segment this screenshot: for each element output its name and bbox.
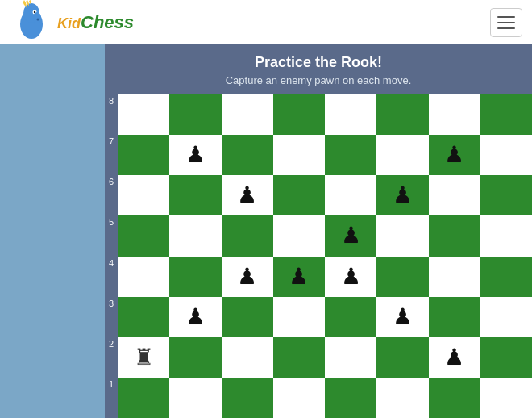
cell-d7[interactable] [273,135,325,175]
cell-f6[interactable]: ♟ [376,175,428,215]
cell-c2[interactable] [222,337,273,378]
chess-label: Chess [81,12,134,32]
rank-label-3: 3 [105,297,118,337]
pawn-piece-g7: ♟ [444,144,464,166]
cell-f3[interactable]: ♟ [376,297,428,337]
cell-c6[interactable]: ♟ [222,175,273,215]
cell-f8[interactable] [376,94,428,135]
pawn-piece-c4: ♟ [237,265,257,288]
pawn-piece-d4: ♟ [289,265,309,288]
pawn-piece-c6: ♟ [237,184,257,207]
cell-a1[interactable] [118,378,169,418]
cell-a3[interactable] [118,297,169,337]
cell-b4[interactable] [169,257,221,297]
cell-b8[interactable] [169,94,221,135]
cell-f1[interactable] [376,378,428,418]
cell-c8[interactable] [222,94,273,135]
cell-h5[interactable] [480,215,532,256]
cell-a5[interactable] [118,215,169,256]
cell-d3[interactable] [273,297,325,337]
rank-label-8: 8 [105,94,118,135]
cell-g1[interactable] [429,378,480,418]
logo-text: KidChess [57,12,134,33]
rank-label-4: 4 [105,257,118,297]
pawn-piece-b3: ♟ [185,306,206,328]
rank-label-2: 2 [105,337,118,378]
cell-b6[interactable] [169,175,221,215]
cell-b1[interactable] [169,378,221,418]
cell-b5[interactable] [169,215,221,256]
cell-f2[interactable] [376,337,428,378]
pawn-piece-f3: ♟ [393,306,413,328]
logo-horse-icon [10,0,54,44]
rank-label-7: 7 [105,135,118,175]
cell-a2[interactable]: ♜ [118,337,169,378]
cell-a6[interactable] [118,175,169,215]
cell-d1[interactable] [273,378,325,418]
rank-label-6: 6 [105,175,118,215]
cell-e6[interactable] [325,175,376,215]
instruction-subtitle: Capture an enemy pawn on each move. [113,74,524,86]
pawn-piece-g2: ♟ [444,346,464,369]
cell-c5[interactable] [222,215,273,256]
cell-e2[interactable] [325,337,376,378]
cell-e4[interactable]: ♟ [325,257,376,297]
hamburger-line-2 [497,22,515,23]
cell-d4[interactable]: ♟ [273,257,325,297]
svg-point-4 [33,12,41,23]
cell-h4[interactable] [480,257,532,297]
header: KidChess [0,0,532,44]
logo-area: KidChess [10,0,134,44]
instruction-title: Practice the Rook! [113,54,524,71]
hamburger-line-3 [497,27,515,29]
cell-h7[interactable] [480,135,532,175]
hamburger-line-1 [497,16,515,18]
cell-b3[interactable]: ♟ [169,297,221,337]
cell-d5[interactable] [273,215,325,256]
svg-point-5 [37,19,39,21]
cell-c3[interactable] [222,297,273,337]
cell-d8[interactable] [273,94,325,135]
cell-c1[interactable] [222,378,273,418]
cell-g7[interactable]: ♟ [429,135,480,175]
cell-h6[interactable] [480,175,532,215]
cell-h1[interactable] [480,378,532,418]
cell-g6[interactable] [429,175,480,215]
cell-d6[interactable] [273,175,325,215]
cell-e5[interactable]: ♟ [325,215,376,256]
cell-g3[interactable] [429,297,480,337]
cell-b2[interactable] [169,337,221,378]
cell-a8[interactable] [118,94,169,135]
chess-container: 87654321 ♟♟♟♟♟♟♟♟♟♟♜♟ [105,94,532,418]
menu-button[interactable] [490,8,522,37]
cell-g5[interactable] [429,215,480,256]
cell-g8[interactable] [429,94,480,135]
main-content: Practice the Rook! Capture an enemy pawn… [0,44,532,418]
cell-c4[interactable]: ♟ [222,257,273,297]
instruction-header: Practice the Rook! Capture an enemy pawn… [105,44,532,94]
cell-e1[interactable] [325,378,376,418]
cell-f5[interactable] [376,215,428,256]
pawn-piece-b7: ♟ [185,144,206,166]
rank-label-1: 1 [105,378,118,418]
cell-a7[interactable] [118,135,169,175]
cell-g2[interactable]: ♟ [429,337,480,378]
cell-e8[interactable] [325,94,376,135]
cell-a4[interactable] [118,257,169,297]
content-area: Practice the Rook! Capture an enemy pawn… [105,44,532,418]
cell-d2[interactable] [273,337,325,378]
chess-board[interactable]: ♟♟♟♟♟♟♟♟♟♟♜♟ [118,94,532,418]
cell-f4[interactable] [376,257,428,297]
rank-labels: 87654321 [105,94,118,418]
cell-h8[interactable] [480,94,532,135]
pawn-piece-f6: ♟ [393,184,413,207]
cell-h2[interactable] [480,337,532,378]
cell-e3[interactable] [325,297,376,337]
cell-e7[interactable] [325,135,376,175]
pawn-piece-e5: ♟ [341,224,361,247]
cell-b7[interactable]: ♟ [169,135,221,175]
cell-g4[interactable] [429,257,480,297]
cell-f7[interactable] [376,135,428,175]
cell-h3[interactable] [480,297,532,337]
cell-c7[interactable] [222,135,273,175]
